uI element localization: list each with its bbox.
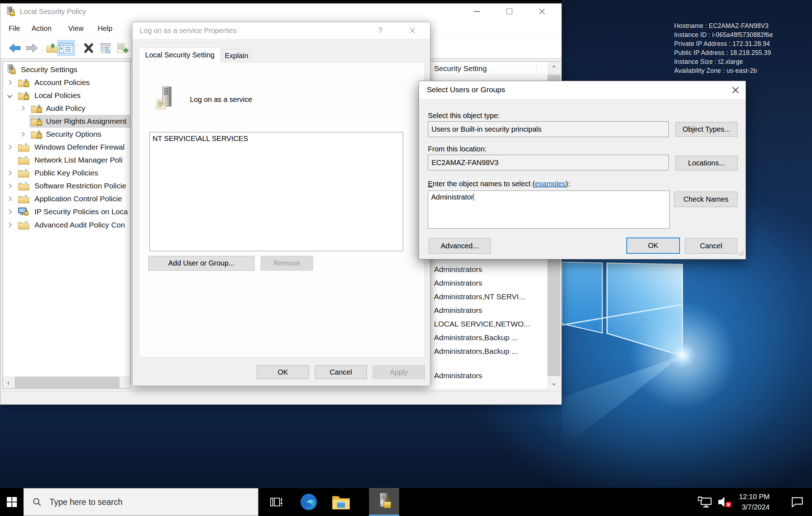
chevron-right-icon[interactable] (8, 196, 12, 203)
back-icon[interactable] (7, 40, 23, 56)
chevron-right-icon[interactable] (8, 222, 12, 230)
menu-view[interactable]: View (68, 24, 84, 33)
taskbar-search-box[interactable]: Type here to search (23, 488, 258, 516)
tree-item-local-policies[interactable]: Local Policies (3, 89, 131, 102)
dialog-title: Select Users or Groups (427, 85, 505, 94)
tree-item-label: Advanced Audit Policy Con (34, 221, 125, 229)
tree-item-account-policies[interactable]: Account Policies (3, 76, 131, 89)
tab-explain[interactable]: Explain (221, 49, 252, 62)
properties-icon[interactable] (98, 40, 113, 56)
list-row[interactable]: Administrators (434, 305, 482, 316)
ok-button[interactable]: OK (257, 365, 309, 379)
local-security-policy-taskbar-button[interactable] (369, 488, 399, 516)
scroll-down-icon[interactable]: ⌄ (547, 376, 560, 389)
tree-item-security-options[interactable]: Security Options (3, 128, 131, 141)
location-field[interactable]: EC2AMAZ-FAN98V3 (428, 155, 669, 170)
console-tree-pane: Security Settings Account Policies Local… (3, 61, 131, 389)
scroll-left-icon[interactable]: ‹ (3, 377, 14, 388)
network-tray-icon[interactable] (696, 488, 714, 516)
help-icon[interactable]: ? (372, 24, 388, 37)
info-line: Hostname : EC2AMAZ-FAN98V3 (674, 22, 773, 31)
menu-action[interactable]: Action (32, 24, 52, 33)
list-row[interactable]: Administrators,Backup ... (434, 346, 518, 357)
object-names-input[interactable]: Administrator (428, 191, 670, 229)
clock-date: 3/7/2024 (739, 502, 770, 512)
list-row[interactable]: LOCAL SERVICE,NETWO... (434, 318, 530, 330)
list-row[interactable]: Administrators,NT SERVI... (434, 291, 525, 302)
action-center-icon[interactable] (786, 488, 808, 516)
add-user-or-group-button[interactable]: Add User or Group... (148, 256, 255, 271)
list-row[interactable]: Administrators,Backup ... (434, 332, 518, 343)
access-key-letter: E (428, 180, 433, 188)
ok-button[interactable]: OK (626, 238, 680, 254)
tree-item-user-rights-assignment[interactable]: User Rights Assignment (3, 115, 131, 128)
edge-browser-button[interactable] (296, 488, 321, 516)
menu-help[interactable]: Help (98, 24, 112, 33)
search-placeholder: Type here to search (50, 497, 122, 507)
maximize-button[interactable] (501, 6, 517, 17)
scroll-up-icon[interactable]: ⌃ (547, 62, 560, 75)
chevron-right-icon[interactable] (8, 170, 12, 178)
object-type-field[interactable]: Users or Built-in security principals (428, 121, 669, 137)
dialog-title: Log on as a service Properties (140, 27, 237, 35)
horizontal-scrollbar[interactable]: ‹ (3, 376, 130, 388)
remove-button[interactable]: Remove (261, 256, 313, 271)
chevron-down-icon[interactable] (6, 94, 13, 100)
check-names-button[interactable]: Check Names (674, 192, 738, 207)
chevron-right-icon[interactable] (21, 105, 25, 113)
minimize-button[interactable] (469, 6, 485, 17)
start-button[interactable] (0, 488, 23, 516)
resize-grip-icon[interactable] (738, 250, 744, 257)
locations-button[interactable]: Locations... (675, 156, 738, 170)
show-console-tree-icon[interactable] (57, 40, 75, 56)
tree-item-security-settings[interactable]: Security Settings (3, 63, 131, 76)
tree-item-network-list-manager[interactable]: Network List Manager Poli (3, 154, 131, 166)
tree-item-application-control-policies[interactable]: Application Control Policie (3, 192, 131, 205)
export-list-icon[interactable] (115, 40, 131, 56)
members-listbox[interactable]: NT SERVICE\ALL SERVICES (149, 132, 403, 251)
object-types-button[interactable]: Object Types... (675, 122, 738, 137)
tree-item-windows-defender-firewall[interactable]: Windows Defender Firewal (3, 141, 131, 154)
member-item[interactable]: NT SERVICE\ALL SERVICES (153, 135, 248, 143)
dialog-title-bar[interactable]: Log on as a service Properties ? (132, 22, 430, 39)
close-icon[interactable] (728, 84, 743, 97)
tree-item-public-key-policies[interactable]: Public Key Policies (3, 166, 131, 179)
menu-file[interactable]: File (9, 24, 20, 33)
list-row[interactable]: Administrators (434, 370, 482, 381)
tree-item-ip-security-policies[interactable]: IP Security Policies on Loca (3, 205, 131, 218)
title-bar[interactable]: Local Security Policy (0, 4, 561, 19)
scrollbar-thumb[interactable] (15, 377, 120, 388)
list-row[interactable]: Administrators (434, 277, 482, 289)
close-button[interactable] (534, 6, 550, 17)
tree-item-label: User Rights Assignment (46, 117, 126, 126)
column-security-setting[interactable]: Security Setting (434, 64, 487, 73)
chevron-right-icon[interactable] (21, 131, 25, 139)
task-view-button[interactable] (264, 488, 289, 516)
chevron-right-icon[interactable] (8, 183, 12, 191)
ec2-instance-info: Hostname : EC2AMAZ-FAN98V3 Instance ID :… (674, 22, 773, 75)
apply-button[interactable]: Apply (373, 365, 425, 379)
forward-icon[interactable] (24, 40, 40, 56)
examples-link[interactable]: examples (535, 180, 566, 188)
cancel-button[interactable]: Cancel (315, 365, 367, 379)
chevron-right-icon[interactable] (8, 144, 12, 152)
close-icon[interactable] (405, 24, 420, 37)
dialog-title-bar[interactable]: Select Users or Groups (419, 81, 746, 99)
folder-lock-icon (31, 129, 42, 141)
column-divider[interactable] (536, 63, 537, 74)
volume-muted-icon[interactable] (714, 488, 734, 516)
tree-item-audit-policy[interactable]: Audit Policy (3, 102, 131, 115)
service-policy-icon (154, 86, 176, 113)
tab-local-security-setting[interactable]: Local Security Setting (139, 47, 221, 62)
chevron-right-icon[interactable] (8, 79, 12, 87)
taskbar-clock[interactable]: 12:10 PM 3/7/2024 (739, 492, 770, 512)
delete-icon[interactable] (81, 40, 97, 56)
file-explorer-button[interactable] (328, 488, 354, 516)
list-row[interactable]: Administrators (434, 264, 482, 275)
desktop: Hostname : EC2AMAZ-FAN98V3 Instance ID :… (0, 0, 812, 516)
cancel-button[interactable]: Cancel (685, 238, 737, 254)
tree-item-software-restriction-policies[interactable]: Software Restriction Policie (3, 179, 131, 192)
chevron-right-icon[interactable] (8, 208, 12, 216)
tree-item-advanced-audit-policy[interactable]: Advanced Audit Policy Con (3, 219, 131, 231)
advanced-button[interactable]: Advanced... (429, 238, 491, 254)
